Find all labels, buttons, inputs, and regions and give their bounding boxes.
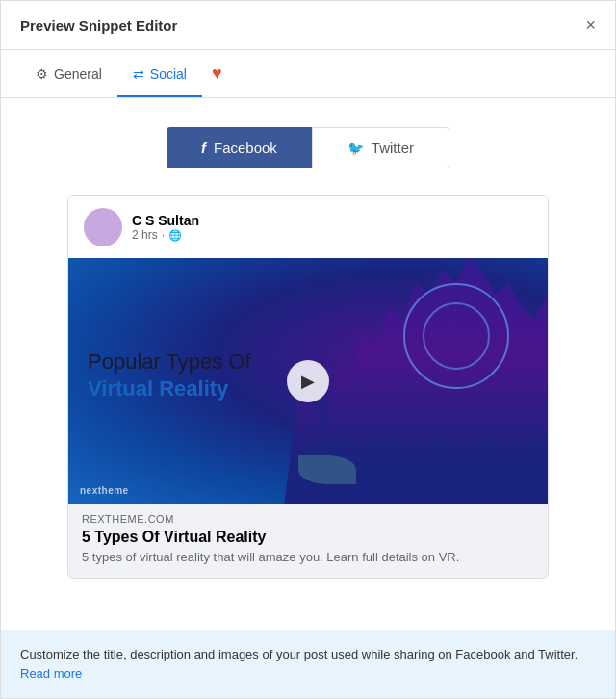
card-description: 5 types of virtual reality that will ama… [82,550,534,564]
circle-inner-decoration [423,302,490,370]
tab-social-label: Social [150,66,187,82]
dialog-header: Preview Snippet Editor × [1,1,615,50]
preview-card: C S Sultan 2 hrs · 🌐 Popular Types Of [67,195,549,579]
twitter-button[interactable]: 🐦 Twitter [312,127,449,168]
card-header: C S Sultan 2 hrs · 🌐 [68,196,548,258]
card-time: 2 hrs · 🌐 [132,228,199,242]
image-text-line2: Virtual Reality [88,375,251,403]
share-icon: ⇄ [133,66,144,82]
gear-icon: ⚙ [36,66,48,82]
read-more-link[interactable]: Read more [20,666,82,681]
card-author: C S Sultan [132,213,199,228]
dialog-title: Preview Snippet Editor [20,17,177,34]
info-bar-text: Customize the title, description and ima… [20,645,596,683]
card-image: Popular Types Of Virtual Reality ▶ nexth… [68,258,548,504]
image-text-line1: Popular Types Of [88,348,251,375]
info-bar-message: Customize the title, description and ima… [20,647,578,661]
tab-general-label: General [54,66,102,82]
card-time-dot: · [162,228,165,242]
dialog: Preview Snippet Editor × ⚙ General ⇄ Soc… [0,0,616,699]
twitter-button-label: Twitter [372,140,414,156]
platform-buttons: f Facebook 🐦 Twitter [20,127,596,168]
circle-decoration [403,283,509,389]
twitter-icon: 🐦 [347,141,364,156]
play-button[interactable]: ▶ [287,360,329,402]
leaf-decoration [298,455,356,484]
info-bar: Customize the title, description and ima… [1,630,615,698]
avatar [84,208,122,246]
tab-social[interactable]: ⇄ Social [117,53,202,97]
globe-icon: 🌐 [168,229,182,242]
tab-general[interactable]: ⚙ General [20,53,117,97]
close-button[interactable]: × [585,16,596,34]
facebook-icon: f [201,140,206,156]
facebook-button[interactable]: f Facebook [167,127,312,168]
card-info: REXTHEME.COM 5 Types Of Virtual Reality … [68,504,548,578]
facebook-button-label: Facebook [214,140,277,156]
heart-icon: ♥ [212,64,222,83]
tabs-bar: ⚙ General ⇄ Social ♥ [1,50,615,98]
card-time-value: 2 hrs [132,228,158,242]
card-page-title: 5 Types Of Virtual Reality [82,529,534,546]
brand-label: nextheme [80,485,129,496]
tab-favorite[interactable]: ♥ [202,50,232,97]
main-content: f Facebook 🐦 Twitter C S Sultan 2 hrs · … [1,98,615,630]
card-image-text: Popular Types Of Virtual Reality [88,348,251,402]
card-meta: C S Sultan 2 hrs · 🌐 [132,213,199,242]
card-domain: REXTHEME.COM [82,513,534,525]
